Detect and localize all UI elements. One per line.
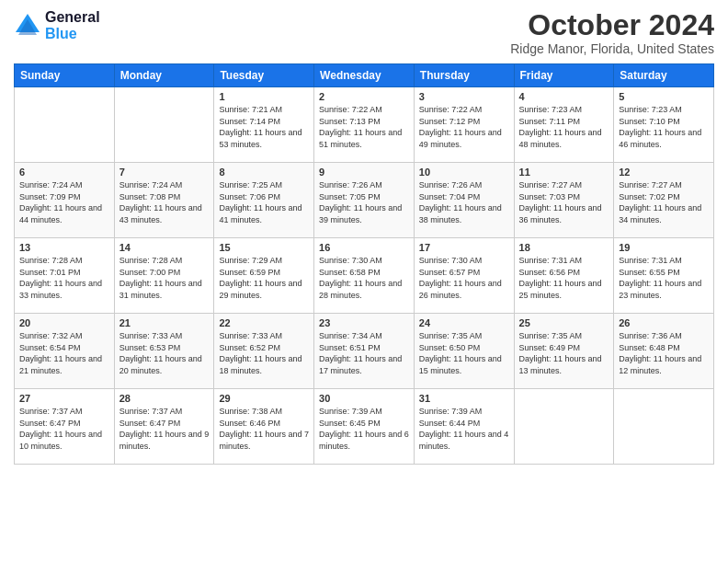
day-info: Sunrise: 7:36 AM Sunset: 6:48 PM Dayligh…: [619, 330, 709, 376]
calendar-cell: 23Sunrise: 7:34 AM Sunset: 6:51 PM Dayli…: [314, 314, 415, 389]
calendar: SundayMondayTuesdayWednesdayThursdayFrid…: [14, 63, 714, 465]
day-number: 17: [419, 242, 509, 253]
calendar-cell: 16Sunrise: 7:30 AM Sunset: 6:58 PM Dayli…: [314, 238, 415, 314]
month-title: October 2024: [510, 9, 714, 41]
day-info: Sunrise: 7:31 AM Sunset: 6:56 PM Dayligh…: [519, 255, 609, 301]
day-number: 27: [19, 393, 109, 404]
day-info: Sunrise: 7:30 AM Sunset: 6:58 PM Dayligh…: [319, 255, 409, 301]
day-info: Sunrise: 7:39 AM Sunset: 6:45 PM Dayligh…: [319, 406, 409, 452]
day-info: Sunrise: 7:29 AM Sunset: 6:59 PM Dayligh…: [219, 255, 309, 301]
calendar-cell: 21Sunrise: 7:33 AM Sunset: 6:53 PM Dayli…: [114, 314, 214, 389]
calendar-cell: 6Sunrise: 7:24 AM Sunset: 7:09 PM Daylig…: [15, 163, 115, 238]
day-number: 3: [419, 91, 509, 102]
day-number: 4: [519, 91, 609, 102]
calendar-cell: 22Sunrise: 7:33 AM Sunset: 6:52 PM Dayli…: [214, 314, 314, 389]
page: General Blue October 2024 Ridge Manor, F…: [0, 0, 728, 563]
day-info: Sunrise: 7:30 AM Sunset: 6:57 PM Dayligh…: [419, 255, 509, 301]
calendar-cell: 9Sunrise: 7:26 AM Sunset: 7:05 PM Daylig…: [314, 163, 415, 238]
calendar-cell: 24Sunrise: 7:35 AM Sunset: 6:50 PM Dayli…: [414, 314, 514, 389]
day-info: Sunrise: 7:24 AM Sunset: 7:09 PM Dayligh…: [19, 179, 109, 225]
logo: General Blue: [14, 9, 100, 41]
day-of-week-header: Sunday: [15, 64, 115, 87]
calendar-cell: 30Sunrise: 7:39 AM Sunset: 6:45 PM Dayli…: [314, 389, 415, 465]
day-info: Sunrise: 7:23 AM Sunset: 7:11 PM Dayligh…: [519, 104, 609, 150]
day-number: 29: [219, 393, 309, 404]
calendar-cell: 8Sunrise: 7:25 AM Sunset: 7:06 PM Daylig…: [214, 163, 314, 238]
day-of-week-header: Saturday: [614, 64, 714, 87]
day-number: 11: [519, 167, 609, 178]
day-number: 16: [319, 242, 409, 253]
calendar-cell: [614, 389, 714, 465]
calendar-week-row: 1Sunrise: 7:21 AM Sunset: 7:14 PM Daylig…: [15, 87, 714, 163]
day-info: Sunrise: 7:25 AM Sunset: 7:06 PM Dayligh…: [219, 179, 309, 225]
day-number: 14: [119, 242, 210, 253]
day-info: Sunrise: 7:23 AM Sunset: 7:10 PM Dayligh…: [619, 104, 709, 150]
calendar-cell: 20Sunrise: 7:32 AM Sunset: 6:54 PM Dayli…: [15, 314, 115, 389]
calendar-cell: 18Sunrise: 7:31 AM Sunset: 6:56 PM Dayli…: [514, 238, 614, 314]
day-number: 10: [419, 167, 509, 178]
day-number: 20: [19, 317, 109, 328]
calendar-cell: 31Sunrise: 7:39 AM Sunset: 6:44 PM Dayli…: [414, 389, 514, 465]
calendar-cell: 25Sunrise: 7:35 AM Sunset: 6:49 PM Dayli…: [514, 314, 614, 389]
day-of-week-header: Tuesday: [214, 64, 314, 87]
day-of-week-header: Friday: [514, 64, 614, 87]
day-number: 8: [219, 167, 309, 178]
day-info: Sunrise: 7:24 AM Sunset: 7:08 PM Dayligh…: [119, 179, 210, 225]
calendar-week-row: 20Sunrise: 7:32 AM Sunset: 6:54 PM Dayli…: [15, 314, 714, 389]
logo-icon: [14, 12, 41, 40]
day-of-week-header: Monday: [114, 64, 214, 87]
header: General Blue October 2024 Ridge Manor, F…: [14, 9, 714, 56]
day-number: 25: [519, 317, 609, 328]
day-info: Sunrise: 7:22 AM Sunset: 7:12 PM Dayligh…: [419, 104, 509, 150]
day-number: 31: [419, 393, 509, 404]
day-number: 5: [619, 91, 709, 102]
day-info: Sunrise: 7:38 AM Sunset: 6:46 PM Dayligh…: [219, 406, 309, 452]
calendar-cell: [514, 389, 614, 465]
day-info: Sunrise: 7:28 AM Sunset: 7:00 PM Dayligh…: [119, 255, 210, 301]
day-info: Sunrise: 7:31 AM Sunset: 6:55 PM Dayligh…: [619, 255, 709, 301]
location: Ridge Manor, Florida, United States: [510, 41, 714, 56]
day-number: 22: [219, 317, 309, 328]
day-number: 2: [319, 91, 409, 102]
calendar-cell: 2Sunrise: 7:22 AM Sunset: 7:13 PM Daylig…: [314, 87, 415, 163]
day-number: 15: [219, 242, 309, 253]
calendar-cell: 10Sunrise: 7:26 AM Sunset: 7:04 PM Dayli…: [414, 163, 514, 238]
day-info: Sunrise: 7:39 AM Sunset: 6:44 PM Dayligh…: [419, 406, 509, 452]
calendar-cell: 12Sunrise: 7:27 AM Sunset: 7:02 PM Dayli…: [614, 163, 714, 238]
day-number: 7: [119, 167, 210, 178]
calendar-cell: 3Sunrise: 7:22 AM Sunset: 7:12 PM Daylig…: [414, 87, 514, 163]
day-info: Sunrise: 7:32 AM Sunset: 6:54 PM Dayligh…: [19, 330, 109, 376]
calendar-week-row: 6Sunrise: 7:24 AM Sunset: 7:09 PM Daylig…: [15, 163, 714, 238]
day-info: Sunrise: 7:33 AM Sunset: 6:52 PM Dayligh…: [219, 330, 309, 376]
title-block: October 2024 Ridge Manor, Florida, Unite…: [510, 9, 714, 56]
day-number: 21: [119, 317, 210, 328]
day-info: Sunrise: 7:21 AM Sunset: 7:14 PM Dayligh…: [219, 104, 309, 150]
calendar-cell: 29Sunrise: 7:38 AM Sunset: 6:46 PM Dayli…: [214, 389, 314, 465]
day-number: 28: [119, 393, 210, 404]
calendar-cell: 13Sunrise: 7:28 AM Sunset: 7:01 PM Dayli…: [15, 238, 115, 314]
day-of-week-header: Wednesday: [314, 64, 415, 87]
calendar-cell: 26Sunrise: 7:36 AM Sunset: 6:48 PM Dayli…: [614, 314, 714, 389]
day-number: 18: [519, 242, 609, 253]
day-info: Sunrise: 7:22 AM Sunset: 7:13 PM Dayligh…: [319, 104, 409, 150]
day-info: Sunrise: 7:37 AM Sunset: 6:47 PM Dayligh…: [19, 406, 109, 452]
day-info: Sunrise: 7:27 AM Sunset: 7:02 PM Dayligh…: [619, 179, 709, 225]
day-number: 19: [619, 242, 709, 253]
day-info: Sunrise: 7:35 AM Sunset: 6:50 PM Dayligh…: [419, 330, 509, 376]
day-number: 9: [319, 167, 409, 178]
day-number: 12: [619, 167, 709, 178]
day-number: 24: [419, 317, 509, 328]
calendar-week-row: 27Sunrise: 7:37 AM Sunset: 6:47 PM Dayli…: [15, 389, 714, 465]
calendar-header-row: SundayMondayTuesdayWednesdayThursdayFrid…: [15, 64, 714, 87]
day-number: 1: [219, 91, 309, 102]
day-info: Sunrise: 7:33 AM Sunset: 6:53 PM Dayligh…: [119, 330, 210, 376]
calendar-cell: [114, 87, 214, 163]
day-info: Sunrise: 7:26 AM Sunset: 7:04 PM Dayligh…: [419, 179, 509, 225]
day-info: Sunrise: 7:37 AM Sunset: 6:47 PM Dayligh…: [119, 406, 210, 452]
day-of-week-header: Thursday: [414, 64, 514, 87]
day-number: 13: [19, 242, 109, 253]
day-info: Sunrise: 7:26 AM Sunset: 7:05 PM Dayligh…: [319, 179, 409, 225]
calendar-cell: 17Sunrise: 7:30 AM Sunset: 6:57 PM Dayli…: [414, 238, 514, 314]
calendar-cell: 15Sunrise: 7:29 AM Sunset: 6:59 PM Dayli…: [214, 238, 314, 314]
calendar-cell: 11Sunrise: 7:27 AM Sunset: 7:03 PM Dayli…: [514, 163, 614, 238]
